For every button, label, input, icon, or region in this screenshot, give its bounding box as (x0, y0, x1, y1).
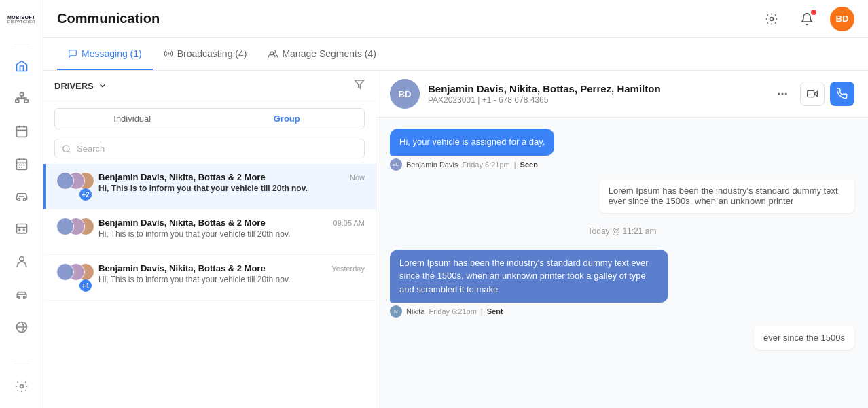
header-actions: BD (759, 7, 854, 31)
sidebar-item-vehicle[interactable] (8, 183, 35, 210)
chat-header-name: Benjamin Davis, Nikita, Bottas, Perrez, … (428, 83, 762, 95)
svg-rect-1 (15, 100, 18, 103)
conv-top-2: Benjamin Davis, Nikita, Bottas & 2 More … (98, 218, 365, 228)
tab-broadcasting[interactable]: Broadcasting (4) (153, 38, 258, 70)
message-4-time: Friday 6:21pm (429, 307, 477, 316)
conv-badge-3: +1 (79, 279, 92, 292)
chevron-down-icon (98, 81, 107, 90)
sidebar-item-car2[interactable] (8, 281, 35, 308)
message-1-time: Friday 6:21pm (462, 160, 509, 169)
conversation-item-2[interactable]: Benjamin Davis, Nikita, Bottas & 2 More … (43, 209, 376, 255)
segments-tab-icon (268, 49, 278, 58)
logo-subtext: DISPATCHER (7, 20, 35, 24)
conv-preview-2: Hi, This is to inform you that your vehi… (98, 229, 365, 239)
conv-time-2: 09:05 AM (333, 219, 365, 227)
tab-messaging[interactable]: Messaging (1) (57, 38, 153, 70)
left-panel: DRIVERS Individual Group (43, 71, 376, 408)
search-input[interactable] (77, 143, 357, 154)
chat-header-avatar: BD (390, 79, 420, 109)
conv-body-2: Benjamin Davis, Nikita, Bottas & 2 More … (98, 218, 365, 239)
phone-call-button[interactable] (830, 82, 854, 106)
conv-avatars-3: +1 (56, 263, 92, 292)
video-call-button[interactable] (800, 82, 825, 106)
app-logo: MOBISOFT DISPATCHER (7, 8, 37, 30)
messaging-tab-icon (68, 49, 77, 58)
conv-time-3: Yesterday (331, 265, 365, 273)
bus-icon (15, 222, 29, 236)
svg-rect-24 (808, 90, 814, 97)
message-4-bubble: Lorem Ipsum has been the industry's stan… (390, 250, 668, 303)
svg-point-8 (18, 229, 20, 231)
conversation-item-1[interactable]: +2 Benjamin Davis, Nikita, Bottas & 2 Mo… (43, 164, 376, 209)
chat-header-sub: PAX2023001 | +1 - 678 678 4365 (428, 95, 762, 105)
message-1-status: Seen (520, 160, 538, 169)
chat-phone: +1 - 678 678 4365 (482, 95, 549, 105)
svg-point-11 (18, 296, 20, 299)
sidebar-item-home[interactable] (8, 52, 35, 80)
svg-point-15 (770, 17, 774, 20)
content-area: DRIVERS Individual Group (43, 71, 868, 408)
logo-text: MOBISOFT (7, 15, 35, 20)
conv-name-3: Benjamin Davis, Nikita, Bottas & 2 More (98, 263, 266, 273)
sidebar-divider-bottom (14, 364, 30, 364)
chat-header: BD Benjamin Davis, Nikita, Bottas, Perre… (376, 71, 868, 118)
settings-button[interactable] (759, 7, 784, 31)
chat-header-actions (770, 82, 854, 106)
message-4-status: Sent (487, 307, 503, 316)
sidebar-item-person[interactable] (8, 248, 35, 275)
top-header: Communication BD (43, 0, 868, 38)
message-2: Lorem Ipsum has been the industry's stan… (599, 179, 854, 213)
broadcasting-tab-icon (164, 49, 173, 58)
person-icon (15, 255, 29, 269)
sidebar-item-bus[interactable] (8, 216, 35, 243)
sidebar-divider-top (14, 44, 30, 44)
notifications-button[interactable] (795, 7, 819, 31)
tabs-bar: Messaging (1) Broadcasting (4) Manage Se… (43, 38, 868, 71)
svg-point-5 (18, 199, 20, 201)
chat-header-info: Benjamin Davis, Nikita, Bottas, Perrez, … (428, 83, 762, 105)
conv-time-1: Now (350, 173, 365, 182)
conversation-item-3[interactable]: +1 Benjamin Davis, Nikita, Bottas & 2 Mo… (43, 255, 376, 301)
sidebar-item-settings[interactable] (8, 373, 35, 400)
sidebar-item-schedule[interactable] (8, 150, 35, 177)
svg-point-20 (778, 93, 780, 95)
date-divider: Today @ 11:21 am (390, 226, 854, 236)
tab-manage-segments[interactable]: Manage Segments (4) (257, 38, 387, 70)
user-avatar[interactable]: BD (830, 7, 854, 31)
chat-pax-id: PAX2023001 (428, 95, 475, 105)
svg-marker-17 (355, 80, 363, 88)
message-1-sender: Benjamin Davis (406, 160, 458, 169)
svg-point-14 (20, 385, 23, 388)
conv-top-1: Benjamin Davis, Nikita, Bottas & 2 More … (98, 172, 365, 182)
sidebar-item-globe[interactable] (8, 313, 35, 341)
svg-rect-4 (16, 159, 26, 169)
video-icon (807, 88, 818, 99)
sidebar-bottom (8, 361, 35, 400)
conv-badge-1: +2 (79, 188, 92, 201)
conversation-list: +2 Benjamin Davis, Nikita, Bottas & 2 Mo… (43, 164, 376, 408)
svg-rect-7 (16, 224, 26, 233)
more-options-button[interactable] (770, 82, 795, 106)
globe-icon (15, 320, 29, 334)
gear-icon (765, 12, 778, 26)
more-options-icon (776, 88, 789, 100)
message-1-avatar: BD (390, 158, 402, 171)
message-1: Hi, your vehicle is assigned for a day. … (390, 129, 554, 171)
sidebar-item-org[interactable] (8, 85, 35, 112)
message-5: ever since the 1500s (754, 326, 854, 350)
conv-avatar-2a (56, 218, 74, 235)
settings2-icon (15, 379, 29, 393)
filter-button[interactable] (354, 79, 365, 92)
group-toggle[interactable]: Group (210, 109, 365, 129)
main-content: Communication BD Messaging (1) Broadca (43, 0, 868, 408)
conv-name-1: Benjamin Davis, Nikita, Bottas & 2 More (98, 172, 266, 182)
svg-point-18 (63, 145, 69, 151)
tab-manage-segments-label: Manage Segments (4) (282, 48, 376, 59)
conv-preview-1: Hi, This is to inform you that your vehi… (98, 184, 365, 193)
home-icon (15, 59, 29, 73)
svg-point-12 (23, 296, 25, 299)
message-1-bubble: Hi, your vehicle is assigned for a day. (390, 129, 554, 156)
drivers-dropdown[interactable]: DRIVERS (54, 81, 107, 91)
individual-toggle[interactable]: Individual (55, 109, 210, 129)
sidebar-item-calendar[interactable] (8, 118, 35, 145)
